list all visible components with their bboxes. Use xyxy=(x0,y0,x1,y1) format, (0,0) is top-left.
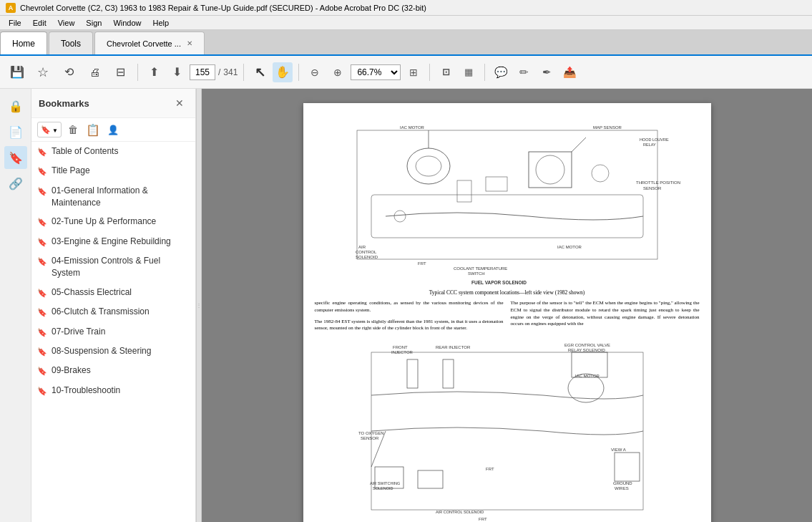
bookmark-item-08[interactable]: 🔖 08-Suspension & Steering xyxy=(31,342,195,361)
next-page-button[interactable]: ⬇ xyxy=(167,62,187,82)
tab-tools[interactable]: Tools xyxy=(49,32,93,54)
menu-edit[interactable]: Edit xyxy=(27,17,52,29)
bookmark-item-01[interactable]: 🔖 01-General Information & Maintenance xyxy=(31,181,195,213)
page-navigation: ⬆ ⬇ / 341 xyxy=(144,62,238,82)
svg-point-1 xyxy=(407,148,450,184)
svg-text:HOOD LOUVRE: HOOD LOUVRE xyxy=(640,137,669,142)
bookmark-button[interactable]: ☆ xyxy=(31,61,54,84)
menu-window[interactable]: Window xyxy=(107,17,147,29)
bookmark-item-06[interactable]: 🔖 06-Clutch & Transmission xyxy=(31,302,195,322)
bookmark-item-04[interactable]: 🔖 04-Emission Controls & Fuel System xyxy=(31,251,195,283)
bookmark-label-06: 06-Clutch & Transmission xyxy=(52,306,188,318)
dropdown-chevron-icon xyxy=(51,125,58,134)
svg-text:AIR SWITCHING: AIR SWITCHING xyxy=(370,481,400,485)
divider-1 xyxy=(137,64,138,81)
svg-text:SWITCH: SWITCH xyxy=(468,271,485,276)
print-button[interactable]: 🖨 xyxy=(83,61,106,84)
pen-button[interactable]: ✏ xyxy=(514,62,534,82)
bookmark-item-02[interactable]: 🔖 02-Tune Up & Performance xyxy=(31,212,195,231)
divider-3 xyxy=(298,64,299,81)
zoom-in-button[interactable]: ⊕ xyxy=(328,62,348,82)
menu-bar: File Edit View Sign Window Help xyxy=(0,16,812,30)
share-button[interactable]: 📤 xyxy=(559,62,579,82)
close-bookmarks-button[interactable]: ✕ xyxy=(171,95,188,112)
menu-file[interactable]: File xyxy=(3,17,27,29)
tab-document[interactable]: Chevrolet Corvette ... ✕ xyxy=(94,32,205,54)
bookmark-item-05[interactable]: 🔖 05-Chassis Electrical xyxy=(31,283,195,302)
fit-width-button[interactable]: ⊡ xyxy=(436,62,456,82)
tab-home-label: Home xyxy=(12,39,35,49)
bookmark-icon-08: 🔖 xyxy=(37,347,47,357)
divider-5 xyxy=(484,64,485,81)
svg-text:FRT: FRT xyxy=(479,517,487,521)
bookmarks-tool-button[interactable]: 🔖 xyxy=(4,146,27,169)
pages-tool-button[interactable]: 📄 xyxy=(4,120,27,143)
bookmarks-panel: Bookmarks ✕ 🔖 🗑 📋 👤 🔖 Table of Contents … xyxy=(31,89,196,522)
svg-text:RELAY: RELAY xyxy=(643,142,656,147)
bookmark-item-03[interactable]: 🔖 03-Engine & Engine Rebuilding xyxy=(31,232,195,251)
zoom-select[interactable]: 25% 50% 66.7% 75% 100% 125% 150% 200% xyxy=(351,64,401,80)
zoom-fit-button[interactable]: ⊞ xyxy=(403,62,424,82)
link-icon: 🔗 xyxy=(9,177,23,190)
toolbar: ☆ ⟲ 🖨 ⊟ ⬆ ⬇ / 341 ↖ ✋ ⊖ ⊕ 25% 50% 66.7% xyxy=(0,56,812,89)
divider-4 xyxy=(429,64,430,81)
svg-text:EGR CONTROL VALVE: EGR CONTROL VALVE xyxy=(564,343,610,347)
sign-button[interactable]: ✒ xyxy=(537,62,557,82)
pen-icon: ✏ xyxy=(519,66,529,79)
bookmark-item-07[interactable]: 🔖 07-Drive Train xyxy=(31,322,195,342)
pdf-area[interactable]: IAC MOTOR MAP SENSOR HOOD LOUVRE RELAY I… xyxy=(202,89,812,522)
bookmark-item-09[interactable]: 🔖 09-Brakes xyxy=(31,361,195,380)
bookmark-item-toc[interactable]: 🔖 Table of Contents xyxy=(31,142,195,161)
panel-resize-handle[interactable]: ⋮ xyxy=(196,89,202,522)
bookmarks-options-dropdown[interactable]: 🔖 xyxy=(37,122,62,137)
expand-bookmark-button[interactable]: 👤 xyxy=(104,121,122,138)
save-button[interactable] xyxy=(6,61,29,84)
bookmark-label-04: 04-Emission Controls & Fuel System xyxy=(52,255,188,279)
lock-tool-button[interactable]: 🔒 xyxy=(4,95,27,117)
menu-help[interactable]: Help xyxy=(147,17,175,29)
zoom-fit-icon: ⊞ xyxy=(409,67,418,78)
zoom-out-button[interactable]: ⊖ xyxy=(305,62,325,82)
fit-width-icon: ⊡ xyxy=(442,67,450,77)
page-total: 341 xyxy=(223,67,238,77)
svg-text:IAC MOTOR: IAC MOTOR xyxy=(557,245,582,249)
bookmark-item-title[interactable]: 🔖 Title Page xyxy=(31,161,195,180)
main-area: 🔒 📄 🔖 🔗 Bookmarks ✕ 🔖 🗑 📋 👤 xyxy=(0,89,812,522)
page-number-input[interactable] xyxy=(190,64,215,80)
title-bar: A Chevrolet Corvette (C2, C3) 1963 to 19… xyxy=(0,0,812,16)
svg-rect-3 xyxy=(529,152,572,188)
svg-text:TO OXYGEN: TO OXYGEN xyxy=(358,431,384,435)
bookmark-icon-title: 🔖 xyxy=(37,166,47,177)
share-icon: 📤 xyxy=(563,66,577,79)
bookmark-icon-06: 🔖 xyxy=(37,307,47,318)
fit-page-button2[interactable]: ▦ xyxy=(459,62,479,82)
svg-text:COOLANT TEMPERATURE: COOLANT TEMPERATURE xyxy=(454,266,507,271)
menu-view[interactable]: View xyxy=(52,17,81,29)
cursor-icon: ↖ xyxy=(255,64,265,80)
reduce-button[interactable]: ⊟ xyxy=(109,61,132,84)
svg-text:SOLENOID: SOLENOID xyxy=(356,255,378,259)
link-tool-button[interactable]: 🔗 xyxy=(4,172,27,195)
history-back-button[interactable]: ⟲ xyxy=(57,61,80,84)
tab-close-button[interactable]: ✕ xyxy=(187,39,192,47)
bookmark-label-07: 07-Drive Train xyxy=(52,326,188,338)
svg-text:IAC MOTOR: IAC MOTOR xyxy=(575,374,600,378)
bookmark-label-05: 05-Chassis Electrical xyxy=(52,286,188,299)
bookmark-icon-10: 🔖 xyxy=(37,386,47,397)
pages-icon: 📄 xyxy=(9,125,23,139)
menu-sign[interactable]: Sign xyxy=(80,17,107,29)
print-icon: 🖨 xyxy=(89,66,100,78)
svg-point-4 xyxy=(536,155,564,184)
tab-home[interactable]: Home xyxy=(0,32,47,54)
prev-page-icon: ⬆ xyxy=(150,65,159,79)
prev-page-button[interactable]: ⬆ xyxy=(144,62,164,82)
delete-bookmark-button[interactable]: 🗑 xyxy=(64,121,82,138)
svg-rect-28 xyxy=(443,359,454,388)
hand-tool-button[interactable]: ✋ xyxy=(273,62,293,82)
bookmarks-header: Bookmarks ✕ xyxy=(31,89,195,118)
diagram-caption: Typical CCC system component locations—l… xyxy=(309,289,705,296)
bookmark-item-10[interactable]: 🔖 10-Troubleshootin xyxy=(31,381,195,400)
cursor-tool-button[interactable]: ↖ xyxy=(250,62,270,82)
new-bookmark-button[interactable]: 📋 xyxy=(84,121,102,138)
comment-button[interactable]: 💬 xyxy=(491,62,511,82)
